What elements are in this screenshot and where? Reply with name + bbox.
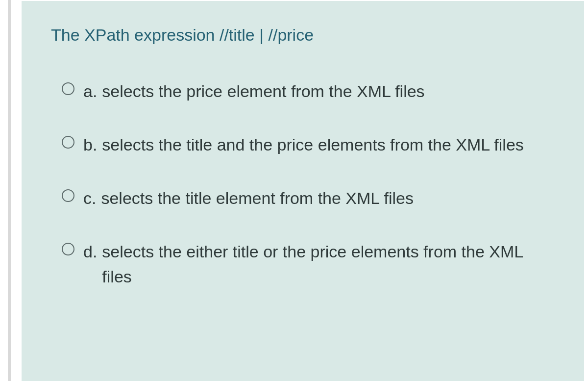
- option-letter: b.: [83, 132, 97, 157]
- option-answer: selects the price element from the XML f…: [102, 79, 424, 104]
- option-text: a. selects the price element from the XM…: [83, 79, 425, 104]
- option-c[interactable]: c. selects the title element from the XM…: [62, 186, 555, 211]
- question-text: The XPath expression //title | //price: [51, 25, 555, 45]
- radio-icon[interactable]: [62, 243, 74, 255]
- option-a[interactable]: a. selects the price element from the XM…: [62, 79, 555, 104]
- option-text: c. selects the title element from the XM…: [83, 186, 414, 211]
- option-answer: selects the either title or the price el…: [102, 239, 555, 289]
- option-b[interactable]: b. selects the title and the price eleme…: [62, 132, 555, 157]
- question-container: The XPath expression //title | //price a…: [8, 0, 584, 381]
- option-letter: c.: [83, 186, 96, 211]
- option-letter: a.: [83, 79, 97, 104]
- option-answer: selects the title element from the XML f…: [101, 186, 413, 211]
- option-text: d. selects the either title or the price…: [83, 239, 555, 289]
- radio-icon[interactable]: [62, 189, 74, 202]
- option-d[interactable]: d. selects the either title or the price…: [62, 239, 555, 289]
- option-answer: selects the title and the price elements…: [102, 132, 523, 157]
- option-text: b. selects the title and the price eleme…: [83, 132, 524, 157]
- question-card: The XPath expression //title | //price a…: [22, 1, 584, 381]
- option-letter: d.: [83, 239, 97, 264]
- radio-icon[interactable]: [62, 136, 74, 149]
- options-list: a. selects the price element from the XM…: [51, 79, 555, 289]
- radio-icon[interactable]: [62, 82, 74, 95]
